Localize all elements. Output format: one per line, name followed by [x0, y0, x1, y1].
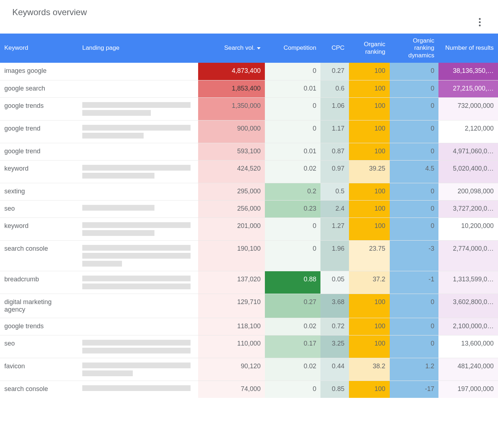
cell-keyword: google search	[0, 80, 78, 97]
cell-organic-ranking-dynamics: 0	[390, 143, 439, 160]
cell-cpc: 0.05	[320, 271, 349, 294]
table-row[interactable]: google trend593,1000.010.8710004,971,060…	[0, 143, 498, 160]
table-row[interactable]: search console190,10001.9623.75-32,774,0…	[0, 240, 498, 271]
cell-cpc: 1.17	[320, 120, 349, 143]
table-row[interactable]: google search1,853,4000.010.6100027,215,…	[0, 80, 498, 97]
column-header-keyword[interactable]: Keyword	[0, 34, 78, 63]
cell-competition: 0.23	[265, 200, 320, 218]
column-header-organic_ranking[interactable]: Organic ranking	[349, 34, 390, 63]
cell-landing-page	[78, 183, 198, 200]
cell-search-vol: 295,000	[198, 183, 265, 200]
table-row[interactable]: digital marketing agency129,7100.273.681…	[0, 294, 498, 318]
cell-landing-page	[78, 160, 198, 183]
table-row[interactable]: seo110,0000.173.25100013,600,000	[0, 335, 498, 358]
column-header-number_of_results[interactable]: Number of results	[438, 34, 498, 63]
table-row[interactable]: google trends1,350,00001.061000732,000,0…	[0, 97, 498, 120]
cell-number-of-results: 3,602,800,0…	[438, 294, 498, 318]
column-header-cpc[interactable]: CPC	[320, 34, 349, 63]
table-row[interactable]: breadcrumb137,0200.880.0537.2-11,313,599…	[0, 271, 498, 294]
column-header-organic_ranking_dynamics[interactable]: Organic ranking dynamics	[390, 34, 439, 63]
column-header-search_vol[interactable]: Search vol.	[198, 34, 265, 63]
cell-number-of-results: 2,120,000	[438, 120, 498, 143]
cell-competition: 0.02	[265, 358, 320, 381]
cell-cpc: 0.85	[320, 381, 349, 398]
table-row[interactable]: search console74,00000.85100-17197,000,0…	[0, 381, 498, 398]
table-row[interactable]: google trend900,00001.1710002,120,000	[0, 120, 498, 143]
cell-search-vol: 137,020	[198, 271, 265, 294]
cell-organic-ranking-dynamics: 1.2	[390, 358, 439, 381]
cell-search-vol: 74,000	[198, 381, 265, 398]
cell-landing-page	[78, 80, 198, 97]
cell-organic-ranking: 100	[349, 120, 390, 143]
cell-search-vol: 1,853,400	[198, 80, 265, 97]
cell-number-of-results: 200,098,000	[438, 183, 498, 200]
table-row[interactable]: favicon90,1200.020.4438.21.2481,240,000	[0, 358, 498, 381]
cell-organic-ranking-dynamics: 0	[390, 183, 439, 200]
cell-number-of-results: 481,240,000	[438, 358, 498, 381]
cell-organic-ranking: 38.2	[349, 358, 390, 381]
cell-organic-ranking: 100	[349, 143, 390, 160]
cell-organic-ranking-dynamics: 0	[390, 97, 439, 120]
cell-cpc: 3.68	[320, 294, 349, 318]
cell-keyword: google trend	[0, 120, 78, 143]
cell-search-vol: 424,520	[198, 160, 265, 183]
cell-search-vol: 1,350,000	[198, 97, 265, 120]
cell-cpc: 0.97	[320, 160, 349, 183]
cell-landing-page	[78, 358, 198, 381]
cell-competition: 0.2	[265, 183, 320, 200]
cell-landing-page	[78, 120, 198, 143]
cell-search-vol: 900,000	[198, 120, 265, 143]
cell-keyword: seo	[0, 200, 78, 218]
cell-number-of-results: 4,971,060,0…	[438, 143, 498, 160]
cell-organic-ranking: 37.2	[349, 271, 390, 294]
cell-cpc: 1.96	[320, 240, 349, 271]
cell-organic-ranking: 100	[349, 97, 390, 120]
cell-organic-ranking-dynamics: 4.5	[390, 160, 439, 183]
cell-search-vol: 190,100	[198, 240, 265, 271]
cell-organic-ranking-dynamics: -3	[390, 240, 439, 271]
table-row[interactable]: sexting295,0000.20.51000200,098,000	[0, 183, 498, 200]
cell-number-of-results: 3,727,200,0…	[438, 200, 498, 218]
cell-keyword: google trends	[0, 318, 78, 335]
cell-landing-page	[78, 218, 198, 240]
table-body: images google4,873,40000.27100038,136,35…	[0, 63, 498, 398]
cell-organic-ranking: 39.25	[349, 160, 390, 183]
cell-search-vol: 4,873,400	[198, 63, 265, 80]
table-row[interactable]: keyword201,00001.27100010,200,000	[0, 218, 498, 240]
cell-search-vol: 90,120	[198, 358, 265, 381]
cell-keyword: breadcrumb	[0, 271, 78, 294]
cell-competition: 0.17	[265, 335, 320, 358]
cell-number-of-results: 13,600,000	[438, 335, 498, 358]
cell-competition: 0	[265, 120, 320, 143]
column-header-landing_page[interactable]: Landing page	[78, 34, 198, 63]
cell-cpc: 0.72	[320, 318, 349, 335]
cell-keyword: google trend	[0, 143, 78, 160]
cell-number-of-results: 2,100,000,0…	[438, 318, 498, 335]
cell-number-of-results: 732,000,000	[438, 97, 498, 120]
cell-organic-ranking: 23.75	[349, 240, 390, 271]
table-row[interactable]: keyword424,5200.020.9739.254.55,020,400,…	[0, 160, 498, 183]
cell-keyword: seo	[0, 335, 78, 358]
cell-search-vol: 256,000	[198, 200, 265, 218]
cell-organic-ranking-dynamics: 0	[390, 335, 439, 358]
keywords-table: KeywordLanding pageSearch vol.Competitio…	[0, 34, 498, 398]
cell-search-vol: 593,100	[198, 143, 265, 160]
cell-competition: 0	[265, 97, 320, 120]
table-row[interactable]: seo256,0000.232.410003,727,200,0…	[0, 200, 498, 218]
cell-organic-ranking: 100	[349, 218, 390, 240]
cell-cpc: 2.4	[320, 200, 349, 218]
cell-organic-ranking: 100	[349, 183, 390, 200]
cell-landing-page	[78, 271, 198, 294]
cell-keyword: search console	[0, 381, 78, 398]
cell-organic-ranking-dynamics: -17	[390, 381, 439, 398]
more-menu-icon[interactable]	[479, 7, 487, 30]
cell-cpc: 0.27	[320, 63, 349, 80]
cell-keyword: keyword	[0, 160, 78, 183]
table-row[interactable]: google trends118,1000.020.7210002,100,00…	[0, 318, 498, 335]
cell-number-of-results: 10,200,000	[438, 218, 498, 240]
cell-number-of-results: 38,136,350,…	[438, 63, 498, 80]
cell-keyword: keyword	[0, 218, 78, 240]
column-header-competition[interactable]: Competition	[265, 34, 320, 63]
table-row[interactable]: images google4,873,40000.27100038,136,35…	[0, 63, 498, 80]
cell-keyword: digital marketing agency	[0, 294, 78, 318]
